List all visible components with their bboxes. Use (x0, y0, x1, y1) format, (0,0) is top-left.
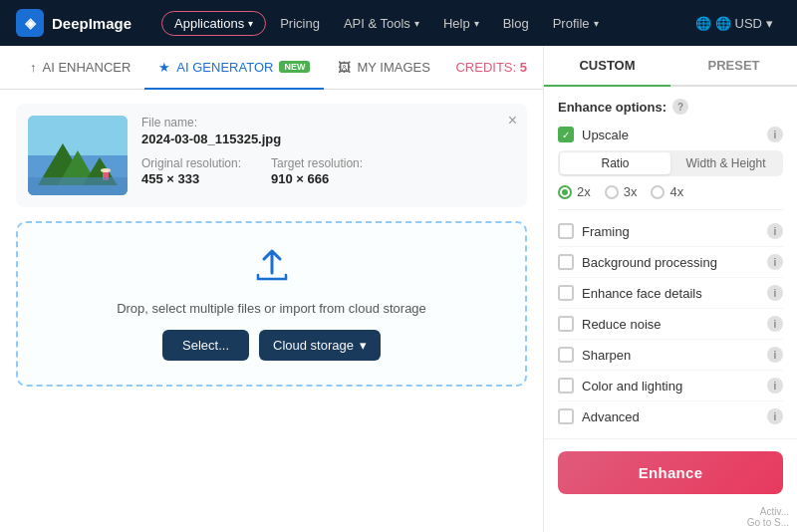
upload-icon (252, 247, 292, 291)
ratio-tabs: Ratio Width & Height (558, 150, 783, 176)
color-checkbox[interactable] (558, 378, 574, 394)
option-sharpen: Sharpen i (558, 340, 783, 371)
drop-text: Drop, select multiple files or import fr… (117, 301, 426, 316)
chevron-down-icon: ▾ (766, 16, 773, 31)
face-info-icon[interactable]: i (767, 285, 783, 301)
sharpen-checkbox[interactable] (558, 347, 574, 363)
info-icon[interactable]: ? (672, 99, 688, 115)
tab-ratio[interactable]: Ratio (560, 152, 670, 174)
activate-watermark: Activ... Go to S... (544, 506, 797, 532)
content-area: File name: 2024-03-08_115325.jpg Origina… (0, 90, 543, 532)
ratio-4x[interactable]: 4x (651, 184, 683, 199)
chevron-down-icon: ▾ (360, 338, 367, 353)
image-thumbnail (28, 116, 128, 195)
tab-preset[interactable]: PRESET (670, 46, 797, 87)
option-noise: Reduce noise i (558, 309, 783, 340)
drop-buttons: Select... Cloud storage ▾ (162, 330, 381, 361)
tab-ai-generator[interactable]: ★ AI GENERATOR NEW (144, 46, 324, 90)
svg-point-5 (101, 168, 111, 172)
chevron-down-icon: ▾ (474, 18, 479, 29)
svg-rect-7 (28, 177, 128, 195)
star-icon: ★ (158, 60, 170, 75)
logo[interactable]: ◈ DeepImage (16, 9, 132, 37)
select-button[interactable]: Select... (162, 330, 249, 361)
radio-2x-dot (558, 185, 572, 199)
background-info-icon[interactable]: i (767, 254, 783, 270)
noise-checkbox[interactable] (558, 316, 574, 332)
background-checkbox[interactable] (558, 254, 574, 270)
upscale-section: ✓ Upscale i Ratio Width & Height 2x (558, 127, 783, 199)
resolution-row: Original resolution: 455 × 333 Target re… (141, 156, 515, 186)
upscale-info-icon[interactable]: i (767, 127, 783, 142)
advanced-checkbox[interactable] (558, 408, 574, 424)
divider (558, 209, 783, 210)
tab-my-images[interactable]: 🖼 MY IMAGES (324, 46, 443, 90)
ratio-3x[interactable]: 3x (605, 184, 638, 199)
advanced-info-icon[interactable]: i (767, 408, 783, 424)
enhance-button[interactable]: Enhance (558, 451, 783, 494)
nav-api-tools[interactable]: API & Tools ▾ (334, 11, 429, 36)
nav-applications[interactable]: Applications ▾ (161, 11, 266, 36)
face-checkbox[interactable] (558, 285, 574, 301)
original-resolution: Original resolution: 455 × 333 (141, 156, 241, 186)
cloud-storage-button[interactable]: Cloud storage ▾ (259, 330, 381, 361)
tab-ai-enhancer[interactable]: ↑ AI ENHANCER (16, 46, 144, 90)
upload-icon: ↑ (30, 60, 37, 75)
logo-icon: ◈ (16, 9, 44, 37)
framing-info-icon[interactable]: i (767, 223, 783, 239)
option-advanced: Advanced i (558, 401, 783, 431)
noise-info-icon[interactable]: i (767, 316, 783, 332)
close-button[interactable]: × (508, 112, 517, 130)
radio-4x-dot (651, 185, 664, 199)
nav-blog[interactable]: Blog (493, 11, 539, 36)
nav-items: Applications ▾ Pricing API & Tools ▾ Hel… (161, 11, 667, 36)
panel-tabs: CUSTOM PRESET (544, 46, 797, 87)
nav-help[interactable]: Help ▾ (433, 11, 489, 36)
logo-text: DeepImage (52, 15, 132, 32)
left-panel: ↑ AI ENHANCER ★ AI GENERATOR NEW 🖼 MY IM… (0, 46, 543, 532)
currency-selector[interactable]: 🌐 🌐 USD ▾ (687, 11, 781, 36)
file-details: File name: 2024-03-08_115325.jpg Origina… (141, 116, 515, 195)
enhance-options-title: Enhance options: ? (558, 99, 783, 115)
color-info-icon[interactable]: i (767, 378, 783, 394)
header: ◈ DeepImage Applications ▾ Pricing API &… (0, 0, 797, 46)
credits-display: CREDITS: 5 (455, 60, 527, 75)
file-label: File name: (141, 116, 515, 130)
option-framing: Framing i (558, 216, 783, 247)
images-icon: 🖼 (338, 60, 351, 75)
target-resolution: Target resolution: 910 × 666 (271, 156, 363, 186)
upscale-checkbox[interactable]: ✓ (558, 127, 574, 142)
file-name: 2024-03-08_115325.jpg (141, 132, 515, 146)
ratio-2x[interactable]: 2x (558, 184, 591, 199)
tab-custom[interactable]: CUSTOM (544, 46, 670, 87)
tabs-bar: ↑ AI ENHANCER ★ AI GENERATOR NEW 🖼 MY IM… (0, 46, 543, 90)
right-panel: CUSTOM PRESET Enhance options: ? ✓ Upsca… (543, 46, 797, 532)
file-info-card: File name: 2024-03-08_115325.jpg Origina… (16, 104, 527, 207)
upscale-label: Upscale (582, 128, 759, 142)
sharpen-info-icon[interactable]: i (767, 347, 783, 363)
chevron-down-icon: ▾ (248, 18, 253, 29)
tab-width-height[interactable]: Width & Height (670, 152, 781, 174)
chevron-down-icon: ▾ (414, 18, 419, 29)
upscale-header: ✓ Upscale i (558, 127, 783, 142)
radio-3x-dot (605, 185, 619, 199)
option-face: Enhance face details i (558, 278, 783, 309)
ratio-options: 2x 3x 4x (558, 184, 783, 199)
enhance-button-wrap: Enhance (544, 438, 797, 506)
enhance-options: Enhance options: ? ✓ Upscale i Ratio Wid… (544, 87, 797, 438)
nav-pricing[interactable]: Pricing (270, 11, 330, 36)
option-background: Background processing i (558, 247, 783, 278)
chevron-down-icon: ▾ (594, 18, 599, 29)
main-container: ↑ AI ENHANCER ★ AI GENERATOR NEW 🖼 MY IM… (0, 46, 797, 532)
nav-right: 🌐 🌐 USD ▾ (687, 11, 781, 36)
drop-zone[interactable]: Drop, select multiple files or import fr… (16, 221, 527, 387)
option-color: Color and lighting i (558, 371, 783, 401)
framing-checkbox[interactable] (558, 223, 574, 239)
new-badge: NEW (279, 61, 310, 73)
nav-profile[interactable]: Profile ▾ (543, 11, 609, 36)
